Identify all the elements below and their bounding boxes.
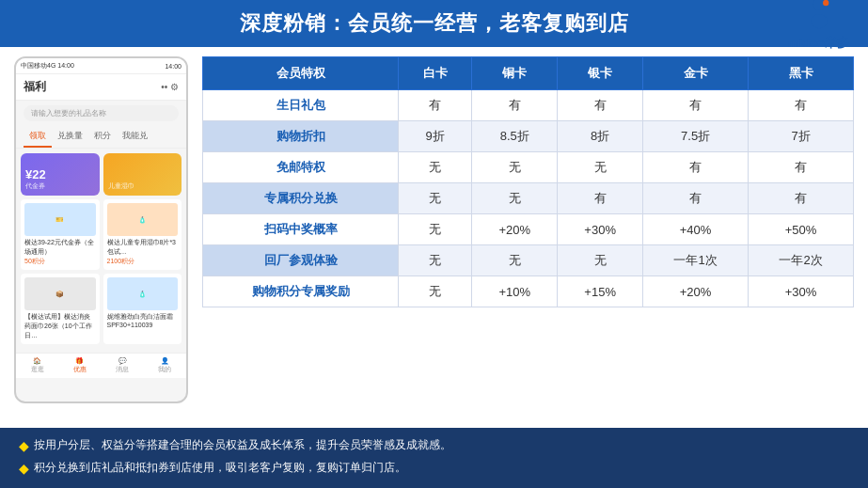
table-row: 回厂参观体验无无无一年1次一年2次 — [203, 245, 854, 276]
table-area: 会员特权 白卡 铜卡 银卡 金卡 黑卡 生日礼包有有有有有购物折扣9折8.5折8… — [202, 56, 854, 403]
table-cell-value: +10% — [472, 276, 558, 307]
footer-item-2: ◆ 积分兑换到店礼品和抵扣券到店使用，吸引老客户复购，复购订单归门店。 — [19, 458, 849, 480]
footer-item-1: ◆ 按用户分层、权益分等搭建合理的会员权益及成长体系，提升会员荣誉感及成就感。 — [19, 435, 849, 458]
phone-product-row-2: 📦 【横达试用】横达消炎药面巾26张（10个工作日… 🧴 妮维雅劲白亮白洁面霜S… — [21, 274, 181, 344]
table-cell-value: 8折 — [558, 121, 643, 152]
phone-mockup: 中国移动4G 14:00 14:00 福利 •• ⚙ 请输入想要的礼品名称 领取… — [14, 56, 188, 403]
phone-product-row-1: 🎫 横达39-22元代金券（全场通用） 50积分 🧴 横达儿童专用湿巾8片*3包… — [21, 199, 181, 270]
table-cell-value: +15% — [558, 276, 643, 307]
page-title: 深度粉销：会员统一经营，老客复购到店 — [240, 11, 629, 35]
table-cell-value: 有 — [749, 90, 854, 121]
product-name-4: 妮维雅劲白亮白洁面霜SPF30+110039 — [107, 312, 179, 328]
table-cell-value: 无 — [558, 245, 643, 276]
product-img-3: 📦 — [24, 277, 96, 310]
table-cell-value: 有 — [749, 183, 854, 214]
phone-product-3: 📦 【横达试用】横达消炎药面巾26张（10个工作日… — [21, 274, 100, 344]
col-header-bronze: 铜卡 — [472, 57, 558, 90]
col-header-gold: 金卡 — [643, 57, 749, 90]
table-row: 免邮特权无无无有有 — [203, 152, 854, 183]
table-cell-value: +30% — [558, 214, 643, 245]
table-header-row: 会员特权 白卡 铜卡 银卡 金卡 黑卡 — [203, 57, 854, 90]
phone-product-1: 🎫 横达39-22元代金券（全场通用） 50积分 — [21, 199, 100, 270]
phone-product-4: 🧴 妮维雅劲白亮白洁面霜SPF30+110039 — [103, 274, 182, 344]
table-cell-value: 7折 — [749, 121, 854, 152]
product-img-1: 🎫 — [24, 203, 96, 236]
table-cell-value: 有 — [558, 90, 643, 121]
table-cell-value: 有 — [558, 183, 643, 214]
table-cell-value: +50% — [749, 214, 854, 245]
phone-wipes-card: 儿童湿巾 — [103, 153, 182, 196]
header: 深度粉销：会员统一经营，老客复购到店 midoo米多 — [0, 0, 868, 47]
table-cell-value: 7.5折 — [643, 121, 749, 152]
phone-tab-jifen[interactable]: 积分 — [88, 126, 117, 148]
main-content: 中国移动4G 14:00 14:00 福利 •• ⚙ 请输入想要的礼品名称 领取… — [0, 47, 868, 413]
table-cell-value: 无 — [399, 152, 472, 183]
table-cell-value: 有 — [749, 152, 854, 183]
phone-body: ¥22 代金券 儿童湿巾 🎫 横达39-22元代金券（全场通用） 50积分 🧴 … — [16, 149, 186, 353]
table-cell-value: 8.5折 — [472, 121, 558, 152]
time: 14:00 — [165, 63, 181, 70]
phone-tabs: 领取 兑换量 积分 我能兑 — [16, 126, 186, 149]
logo-icon — [800, 0, 838, 33]
table-cell-value: +40% — [643, 214, 749, 245]
table-cell-value: 9折 — [399, 121, 472, 152]
product-name-1: 横达39-22元代金券（全场通用） — [24, 238, 96, 257]
table-cell-value: 无 — [472, 183, 558, 214]
table-cell-feature: 免邮特权 — [203, 152, 399, 183]
phone-tab-lingqu[interactable]: 领取 — [24, 126, 52, 148]
table-cell-feature: 购物折扣 — [203, 121, 399, 152]
logo-area: midoo米多 — [788, 0, 849, 52]
product-name-3: 【横达试用】横达消炎药面巾26张（10个工作日… — [24, 312, 96, 340]
phone-tab-nengdui[interactable]: 我能兑 — [117, 126, 153, 148]
table-cell-value: +20% — [643, 276, 749, 307]
col-header-silver: 银卡 — [558, 57, 643, 90]
table-cell-value: +30% — [749, 276, 854, 307]
phone-nav-icons: •• ⚙ — [161, 82, 179, 92]
phone-nav-xiaoxi[interactable]: 💬消息 — [116, 357, 129, 374]
table-cell-value: 无 — [399, 214, 472, 245]
phone-bottom-nav: 🏠逛逛 🎁优惠 💬消息 👤我的 — [16, 353, 186, 378]
table-row: 专属积分兑换无无有有有 — [203, 183, 854, 214]
table-cell-value: 无 — [399, 276, 472, 307]
phone-nav-youhui[interactable]: 🎁优惠 — [73, 357, 87, 374]
table-cell-value: 无 — [399, 183, 472, 214]
footer-text-1: 按用户分层、权益分等搭建合理的会员权益及成长体系，提升会员荣誉感及成就感。 — [34, 435, 451, 454]
table-cell-value: 无 — [472, 245, 558, 276]
table-cell-value: 有 — [643, 152, 749, 183]
table-cell-value: 有 — [643, 183, 749, 214]
product-img-2: 🧴 — [107, 203, 179, 236]
product-pts-1: 50积分 — [24, 257, 96, 266]
card2-desc: 儿童湿巾 — [108, 181, 178, 191]
table-row: 生日礼包有有有有有 — [203, 90, 854, 121]
table-cell-feature: 回厂参观体验 — [203, 245, 399, 276]
phone-product-2: 🧴 横达儿童专用湿巾8片*3包试… 2100积分 — [103, 199, 182, 270]
table-cell-feature: 生日礼包 — [203, 90, 399, 121]
table-row: 购物折扣9折8.5折8折7.5折7折 — [203, 121, 854, 152]
svg-point-1 — [823, 0, 829, 6]
member-privilege-table: 会员特权 白卡 铜卡 银卡 金卡 黑卡 生日礼包有有有有有购物折扣9折8.5折8… — [202, 56, 854, 307]
table-cell-value: +20% — [472, 214, 558, 245]
phone-tab-duihuan[interactable]: 兑换量 — [52, 126, 88, 148]
table-cell-feature: 购物积分专属奖励 — [203, 276, 399, 307]
footer-text-2: 积分兑换到店礼品和抵扣券到店使用，吸引老客户复购，复购订单归门店。 — [34, 458, 406, 477]
table-row: 扫码中奖概率无+20%+30%+40%+50% — [203, 214, 854, 245]
table-cell-value: 一年2次 — [749, 245, 854, 276]
card-desc: 代金券 — [25, 181, 95, 191]
table-cell-feature: 扫码中奖概率 — [203, 214, 399, 245]
table-cell-value: 有 — [472, 90, 558, 121]
col-header-white: 白卡 — [399, 57, 472, 90]
table-cell-value: 有 — [399, 90, 472, 121]
phone-nav-guang[interactable]: 🏠逛逛 — [31, 357, 44, 374]
table-cell-value: 无 — [399, 245, 472, 276]
carrier-info: 中国移动4G 14:00 — [21, 61, 74, 71]
product-img-4: 🧴 — [107, 277, 179, 310]
footer: ◆ 按用户分层、权益分等搭建合理的会员权益及成长体系，提升会员荣誉感及成就感。 … — [0, 428, 868, 488]
phone-nav-bar: 福利 •• ⚙ — [16, 74, 186, 101]
phone-status-bar: 中国移动4G 14:00 14:00 — [16, 58, 186, 74]
phone-nav-wode[interactable]: 👤我的 — [158, 357, 171, 374]
table-cell-feature: 专属积分兑换 — [203, 183, 399, 214]
table-cell-value: 一年1次 — [643, 245, 749, 276]
phone-nav-title: 福利 — [24, 79, 46, 95]
product-pts-2: 2100积分 — [107, 257, 179, 266]
phone-search-bar[interactable]: 请输入想要的礼品名称 — [24, 105, 179, 121]
